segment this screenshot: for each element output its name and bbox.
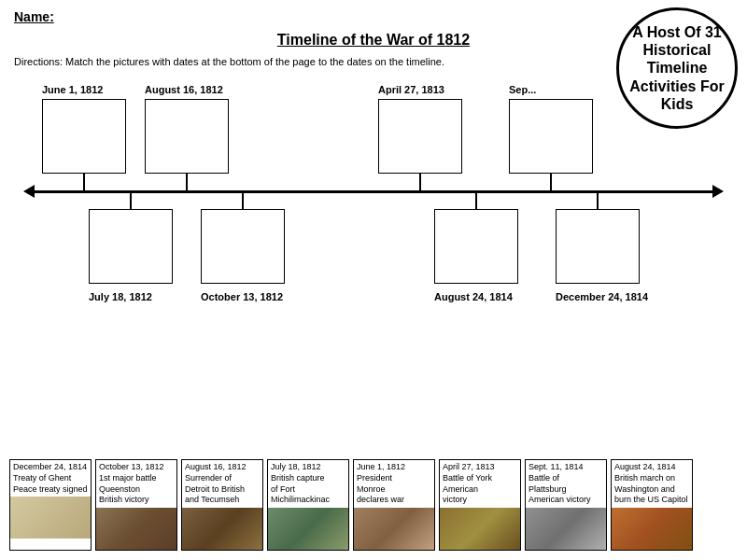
above-box-2 [145, 99, 229, 174]
connector-below-1 [130, 193, 132, 209]
below-date-4: December 24, 1814 [556, 291, 648, 302]
above-box-4 [509, 99, 593, 174]
watermark-circle: A Host Of 31 Historical Timeline Activit… [616, 7, 738, 129]
below-date-3: August 24, 1814 [434, 291, 513, 302]
below-box-4 [556, 209, 640, 284]
header: Name: [0, 0, 747, 24]
card-text-4: July 18, 1812 British capture of Fort Mi… [268, 460, 348, 508]
card-text-7: Sept. 11, 1814 Battle of Plattsburg Amer… [526, 460, 606, 508]
card-image-5 [354, 508, 434, 550]
connector-below-4 [597, 193, 599, 209]
card-image-7 [526, 508, 606, 550]
card-4: July 18, 1812 British capture of Fort Mi… [267, 459, 349, 551]
cards-section: December 24, 1814 Treaty of Ghent Peace … [0, 455, 747, 554]
connector-above-4 [550, 174, 552, 190]
card-image-3 [182, 508, 262, 550]
above-box-3 [378, 99, 462, 174]
card-text-2: October 13, 1812 1st major battle Queens… [96, 460, 176, 508]
connector-below-2 [242, 193, 244, 209]
name-label: Name: [14, 9, 54, 24]
card-image-4 [268, 508, 348, 550]
connector-above-3 [419, 174, 421, 190]
card-image-8 [612, 508, 692, 550]
above-date-1: June 1, 1812 [42, 84, 103, 95]
above-date-2: August 16, 1812 [145, 84, 223, 95]
card-text-8: August 24, 1814 British march on Washing… [612, 460, 692, 508]
card-image-1 [10, 497, 91, 539]
card-8: August 24, 1814 British march on Washing… [611, 459, 693, 551]
below-box-3 [434, 209, 518, 284]
card-1: December 24, 1814 Treaty of Ghent Peace … [9, 459, 92, 551]
card-7: Sept. 11, 1814 Battle of Plattsburg Amer… [525, 459, 607, 551]
card-image-6 [440, 508, 520, 550]
card-text-6: April 27, 1813 Battle of York American v… [440, 460, 520, 508]
connector-above-1 [83, 174, 85, 190]
card-3: August 16, 1812 Surrender of Detroit to … [181, 459, 263, 551]
above-date-3: April 27, 1813 [378, 84, 444, 95]
timeline-line [33, 190, 714, 193]
above-box-1 [42, 99, 126, 174]
timeline-area: June 1, 1812 August 16, 1812 April 27, 1… [14, 71, 733, 332]
below-box-1 [89, 209, 173, 284]
card-2: October 13, 1812 1st major battle Queens… [95, 459, 177, 551]
watermark-text: A Host Of 31 Historical Timeline Activit… [628, 23, 726, 113]
connector-above-2 [186, 174, 188, 190]
card-text-1: December 24, 1814 Treaty of Ghent Peace … [10, 460, 91, 497]
card-6: April 27, 1813 Battle of York American v… [439, 459, 521, 551]
below-box-2 [201, 209, 285, 284]
card-text-3: August 16, 1812 Surrender of Detroit to … [182, 460, 262, 508]
connector-below-3 [475, 193, 477, 209]
above-date-4: Sep... [509, 84, 536, 95]
card-image-2 [96, 508, 176, 550]
card-text-5: June 1, 1812 President Monroe declares w… [354, 460, 434, 508]
below-date-1: July 18, 1812 [89, 291, 152, 302]
card-5: June 1, 1812 President Monroe declares w… [353, 459, 435, 551]
below-date-2: October 13, 1812 [201, 291, 283, 302]
